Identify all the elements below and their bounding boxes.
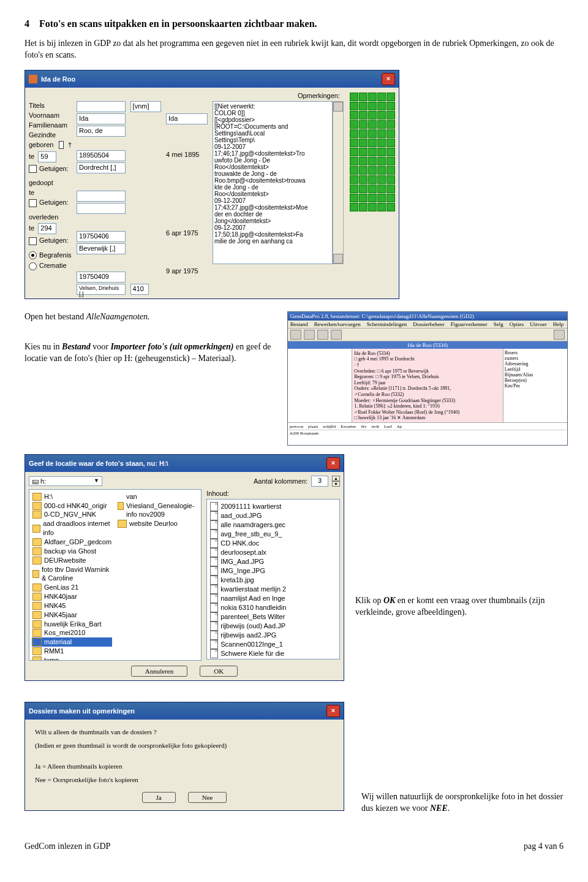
- familienaam-input[interactable]: Roo, de: [77, 126, 126, 137]
- file-item[interactable]: CD HNK.doc: [209, 539, 337, 548]
- folder-item[interactable]: aad draadloos internet info: [32, 519, 112, 538]
- folder-item[interactable]: HNK40jaar: [32, 592, 112, 601]
- file-item[interactable]: aad_oud.JPG: [209, 511, 337, 520]
- folder-item[interactable]: 0-CD_NGV_HNK: [32, 510, 112, 519]
- file-item[interactable]: IMG_Inge.JPG: [209, 566, 337, 576]
- file-list[interactable]: 20091111 kwartierstaad_oud.JPGalle naamd…: [206, 499, 340, 660]
- toolbar-btn[interactable]: [331, 330, 342, 340]
- menu-item[interactable]: Uitvoer: [530, 321, 547, 327]
- ok-button[interactable]: OK: [200, 666, 238, 677]
- file-item[interactable]: kreta1b.jpg: [209, 576, 337, 585]
- mini-toolbar[interactable]: [288, 329, 567, 341]
- file-item[interactable]: deurloosept.alx: [209, 548, 337, 557]
- spinner-down-icon[interactable]: ▼: [332, 481, 340, 487]
- radio-crematie[interactable]: Crematie: [29, 261, 72, 271]
- file-item[interactable]: avg_free_stb_eu_9_: [209, 530, 337, 539]
- folder-item[interactable]: GenLias 21: [32, 583, 112, 592]
- window-titlebar[interactable]: Ida de Roo ×: [25, 70, 399, 88]
- folder-item[interactable]: Kos_mei2010: [32, 628, 112, 637]
- folder-item[interactable]: Aldfaer_GDP_gedcom: [32, 538, 112, 547]
- folder-item[interactable]: DEURwebsite: [32, 556, 112, 565]
- menu-item[interactable]: Selg: [494, 321, 503, 327]
- aantal-input[interactable]: 3: [311, 476, 328, 487]
- beg-code-input[interactable]: 410: [130, 284, 149, 295]
- toolbar-btn[interactable]: [304, 330, 315, 340]
- scroll-up-icon[interactable]: [333, 102, 343, 112]
- opmerkingen-textarea[interactable]: [[Niet verwerkt: COLOR 0]] [[<gdpdossier…: [213, 101, 333, 264]
- folder-item[interactable]: van Vriesland_Genealogie-info nov2009: [117, 492, 198, 520]
- mini-mid-pane: Ida de Roo (5334)□ geb 4 mei 1895 te Dor…: [352, 349, 503, 422]
- gedoopt-datum-input[interactable]: [77, 191, 126, 202]
- menu-item[interactable]: Figuurverkenner: [451, 321, 488, 327]
- close-icon[interactable]: ×: [326, 457, 340, 470]
- ovl-datum-input[interactable]: 19750406: [77, 231, 126, 242]
- spinner-up-icon[interactable]: ▲: [332, 476, 340, 481]
- folder-item[interactable]: 000-cd HNK40_origir: [32, 501, 112, 511]
- checkbox[interactable]: [29, 237, 37, 245]
- folder-item[interactable]: HNK45: [32, 601, 112, 610]
- file-item[interactable]: 20091111 kwartierst: [209, 502, 337, 511]
- close-icon[interactable]: ×: [382, 73, 395, 85]
- geb-datum-input[interactable]: 18950504: [77, 150, 126, 161]
- drive-combo[interactable]: 🖴 h: ▼: [29, 476, 102, 486]
- menu-item[interactable]: Opties: [510, 321, 524, 327]
- ovl-code-input[interactable]: 294: [38, 223, 56, 234]
- file-item[interactable]: kwartierstaat merlijn 2: [209, 585, 337, 594]
- file-item[interactable]: Scannen0012Inge_1: [209, 640, 337, 649]
- menu-item[interactable]: Help: [553, 321, 564, 327]
- fd-titlebar[interactable]: Geef de locatie waar de foto's staan, nu…: [25, 455, 344, 472]
- file-item[interactable]: parenteel_Bets Wilter: [209, 612, 337, 622]
- fd-title: Geef de locatie waar de foto's staan, nu…: [29, 460, 168, 467]
- scroll-down-icon[interactable]: [333, 254, 343, 264]
- file-item[interactable]: naamlijst Aad en Inge: [209, 594, 337, 603]
- file-item[interactable]: Schwere Kiele für die: [209, 649, 337, 658]
- td-side-text: Wij willen natuurlijk de oorspronkelijke…: [361, 791, 564, 815]
- toolbar-btn[interactable]: [554, 330, 565, 340]
- roepnaam-input[interactable]: Ida: [166, 113, 208, 124]
- td-titlebar[interactable]: Dossiers maken uit opmerkingen ×: [25, 702, 344, 720]
- nee-button[interactable]: Nee: [188, 792, 227, 803]
- toolbar-btn[interactable]: [317, 330, 328, 340]
- checkbox[interactable]: [29, 165, 37, 173]
- mini-menubar[interactable]: BestandBewerken/toevoegenSchermindelinge…: [288, 321, 567, 329]
- ja-button[interactable]: Ja: [142, 792, 176, 803]
- folder-item[interactable]: HNK45jaar: [32, 610, 112, 620]
- file-item[interactable]: rijbewijs aad2.JPG: [209, 631, 337, 640]
- geb-plaats-input[interactable]: Dordrecht [,]: [77, 162, 126, 173]
- geb-code-input[interactable]: 59: [38, 151, 56, 162]
- ovl-plaats-input[interactable]: Beverwijk [,]: [77, 243, 126, 254]
- close-icon[interactable]: ×: [326, 705, 340, 717]
- beg-datum-input[interactable]: 19750409: [77, 272, 126, 283]
- voornaam-input[interactable]: Ida: [77, 113, 126, 124]
- file-item[interactable]: rijbewijs (oud) Aad.JP: [209, 622, 337, 631]
- folder-item[interactable]: foto tbv David Warnink & Caroline: [32, 565, 112, 584]
- radio-begrafenis[interactable]: Begrafenis: [29, 251, 72, 260]
- gedoopt-plaats-input[interactable]: [77, 203, 126, 214]
- toolbar-btn[interactable]: [290, 330, 301, 340]
- titels-input[interactable]: [77, 101, 126, 112]
- file-item[interactable]: nokia 6310 handleidin: [209, 603, 337, 612]
- folder-item[interactable]: backup via Ghost: [32, 547, 112, 556]
- beg-plaats-input[interactable]: Velsen, Driehuis [,]: [77, 284, 126, 295]
- scrollbar[interactable]: [333, 101, 344, 264]
- folder-item[interactable]: website Deurloo: [117, 519, 198, 528]
- folder-item[interactable]: materiaal: [32, 637, 112, 647]
- checkbox[interactable]: [29, 199, 37, 207]
- folder-list[interactable]: H:\000-cd HNK40_origir0-CD_NGV_HNKaad dr…: [29, 489, 202, 661]
- folder-icon: [32, 620, 42, 628]
- cancel-button[interactable]: Annuleren: [131, 666, 187, 677]
- vnm-input[interactable]: [vnm]: [130, 101, 161, 112]
- folder-icon: [32, 511, 42, 519]
- menu-item[interactable]: Dossierbeheer: [413, 321, 444, 327]
- folder-item[interactable]: H:\: [32, 492, 112, 501]
- checkbox[interactable]: [59, 141, 63, 149]
- menu-item[interactable]: Schermindelingen: [367, 321, 407, 327]
- menu-item[interactable]: Bestand: [290, 321, 308, 327]
- folder-item[interactable]: RMM1: [32, 647, 112, 656]
- folder-item[interactable]: huwelijk Erika_Bart: [32, 620, 112, 629]
- menu-item[interactable]: Bewerken/toevoegen: [314, 321, 361, 327]
- file-item[interactable]: IMG_Aad.JPG: [209, 557, 337, 566]
- mini-left-pane: [288, 349, 352, 422]
- folder-item[interactable]: temp: [32, 656, 112, 661]
- file-item[interactable]: alle naamdragers.gec: [209, 520, 337, 530]
